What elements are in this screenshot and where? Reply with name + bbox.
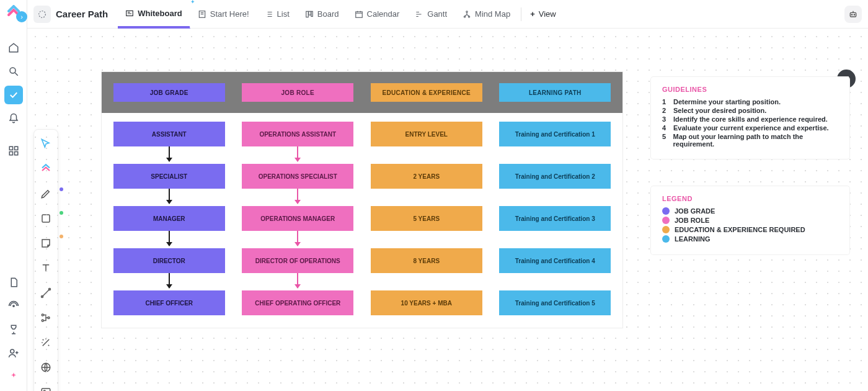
legend-swatch <box>662 226 670 233</box>
cell-grade[interactable]: CHIEF OFFICER <box>113 290 225 315</box>
tab-label: List <box>277 9 290 19</box>
tasks-icon[interactable] <box>4 86 23 104</box>
tab-label: Gantt <box>427 9 447 19</box>
legend-panel[interactable]: LEGEND JOB GRADEJOB ROLEEDUCATION & EXPE… <box>651 186 849 254</box>
arrow-row <box>108 273 616 290</box>
legend-label: JOB GRADE <box>675 207 715 215</box>
svg-rect-20 <box>309 11 311 15</box>
cell-role[interactable]: OPERATIONS SPECIALIST <box>242 164 353 189</box>
arrow-down-icon <box>297 231 298 246</box>
tab-mindmap[interactable]: Mind Map <box>455 0 518 29</box>
dashboards-icon[interactable] <box>4 142 23 160</box>
automation-icon[interactable] <box>844 6 862 23</box>
tab-calendar[interactable]: Calendar <box>347 0 408 29</box>
legend-item: JOB ROLE <box>662 217 838 224</box>
guidelines-title: GUIDELINES <box>662 86 838 93</box>
tab-list[interactable]: List <box>257 0 298 29</box>
tab-label: Calendar <box>367 9 400 19</box>
svg-point-27 <box>851 14 852 15</box>
cell-learn[interactable]: Training and Certification 3 <box>499 206 611 231</box>
guideline-item: 4Evaluate your current experience and ex… <box>662 124 838 132</box>
cell-edu[interactable]: 5 YEARS <box>371 206 482 231</box>
svg-point-23 <box>466 11 467 12</box>
cell-edu[interactable]: 2 YEARS <box>371 164 482 189</box>
rows-container: ASSISTANTOPERATIONS ASSISTANTENTRY LEVEL… <box>102 113 622 328</box>
svg-rect-21 <box>311 11 312 16</box>
top-header: Career Path Whiteboard ✦ Start Here! Lis… <box>27 0 868 29</box>
cell-role[interactable]: OPERATIONS MANAGER <box>242 206 353 231</box>
header-education[interactable]: EDUCATION & EXPERIENCE <box>371 83 482 102</box>
cell-role[interactable]: DIRECTOR OF OPERATIONS <box>242 248 353 273</box>
svg-rect-3 <box>9 152 12 155</box>
whiteboard-canvas[interactable]: H JOB GRADE JOB ROLE EDUCATION & EXPERIE… <box>27 29 868 391</box>
svg-point-24 <box>464 16 465 17</box>
header-job-grade[interactable]: JOB GRADE <box>113 83 225 102</box>
cell-learn[interactable]: Training and Certification 2 <box>499 164 611 189</box>
cell-grade[interactable]: DIRECTOR <box>113 248 225 273</box>
guideline-text: Determine your starting position. <box>673 98 781 106</box>
invite-user-icon[interactable] <box>4 344 23 362</box>
arrow-row <box>108 189 616 206</box>
svg-rect-1 <box>9 146 12 150</box>
arrow-down-icon <box>169 231 170 246</box>
add-view-button[interactable]: + View <box>524 9 562 19</box>
search-icon[interactable] <box>4 62 23 81</box>
cell-role[interactable]: CHIEF OPERATING OFFICER <box>242 290 353 315</box>
cell-grade[interactable]: ASSISTANT <box>113 122 225 146</box>
header-job-role[interactable]: JOB ROLE <box>242 83 353 102</box>
tab-board[interactable]: Board <box>298 0 347 29</box>
pulse-icon[interactable] <box>4 297 23 315</box>
svg-point-5 <box>12 305 14 307</box>
legend-swatch <box>662 217 670 224</box>
tab-whiteboard[interactable]: Whiteboard <box>118 0 190 29</box>
cell-learn[interactable]: Training and Certification 5 <box>499 290 611 315</box>
header-learning[interactable]: LEARNING PATH <box>499 83 611 102</box>
guideline-number: 3 <box>662 115 668 123</box>
docs-icon[interactable] <box>4 273 23 292</box>
guideline-number: 1 <box>662 98 668 106</box>
arrow-down-icon <box>297 146 298 161</box>
tab-label: Board <box>317 9 339 19</box>
svg-rect-19 <box>306 11 309 17</box>
notifications-icon[interactable] <box>4 109 23 128</box>
arrow-down-icon <box>297 273 298 288</box>
legend-item: EDUCATION & EXPERIENCE REQUIRED <box>662 226 838 233</box>
frame-header: JOB GRADE JOB ROLE EDUCATION & EXPERIENC… <box>102 72 622 113</box>
arrow-down-icon <box>169 273 170 288</box>
page-title[interactable]: Career Path <box>56 9 108 19</box>
cell-learn[interactable]: Training and Certification 4 <box>499 248 611 273</box>
tab-label: Start Here! <box>210 9 249 19</box>
cell-edu[interactable]: 10 YEARS + MBA <box>371 290 482 315</box>
legend-swatch <box>662 235 670 243</box>
view-tabs: Whiteboard ✦ Start Here! List Board Cale… <box>118 0 562 28</box>
svg-rect-4 <box>14 152 17 155</box>
arrow-row <box>108 146 616 164</box>
cell-edu[interactable]: 8 YEARS <box>371 248 482 273</box>
career-row: SPECIALISTOPERATIONS SPECIALIST2 YEARSTr… <box>108 164 616 189</box>
tab-label: Whiteboard <box>138 9 182 18</box>
cell-grade[interactable]: SPECIALIST <box>113 164 225 189</box>
expand-sidebar-icon[interactable]: › <box>16 11 27 22</box>
career-path-frame[interactable]: JOB GRADE JOB ROLE EDUCATION & EXPERIENC… <box>102 72 622 328</box>
cell-edu[interactable]: ENTRY LEVEL <box>371 122 482 146</box>
legend-item: JOB GRADE <box>662 207 838 215</box>
legend-label: LEARNING <box>675 235 710 243</box>
svg-rect-22 <box>355 11 362 17</box>
page-type-icon[interactable] <box>33 6 51 23</box>
guideline-text: Select your desired position. <box>673 107 766 114</box>
career-row: ASSISTANTOPERATIONS ASSISTANTENTRY LEVEL… <box>108 122 616 146</box>
svg-point-0 <box>10 68 16 73</box>
guidelines-panel[interactable]: GUIDELINES 1Determine your starting posi… <box>651 77 849 159</box>
tab-start-here[interactable]: ✦ Start Here! <box>190 0 257 29</box>
tab-gantt[interactable]: Gantt <box>407 0 455 29</box>
goals-icon[interactable] <box>4 320 23 339</box>
cell-learn[interactable]: Training and Certification 1 <box>499 122 611 146</box>
home-icon[interactable] <box>4 38 23 57</box>
svg-rect-2 <box>14 146 17 150</box>
tab-label: Mind Map <box>475 9 510 19</box>
ai-sparkle-icon[interactable] <box>4 367 23 386</box>
guideline-text: Evaluate your current experience and exp… <box>673 124 829 132</box>
cell-grade[interactable]: MANAGER <box>113 206 225 231</box>
guidelines-list: 1Determine your starting position.2Selec… <box>662 98 838 148</box>
cell-role[interactable]: OPERATIONS ASSISTANT <box>242 122 353 146</box>
